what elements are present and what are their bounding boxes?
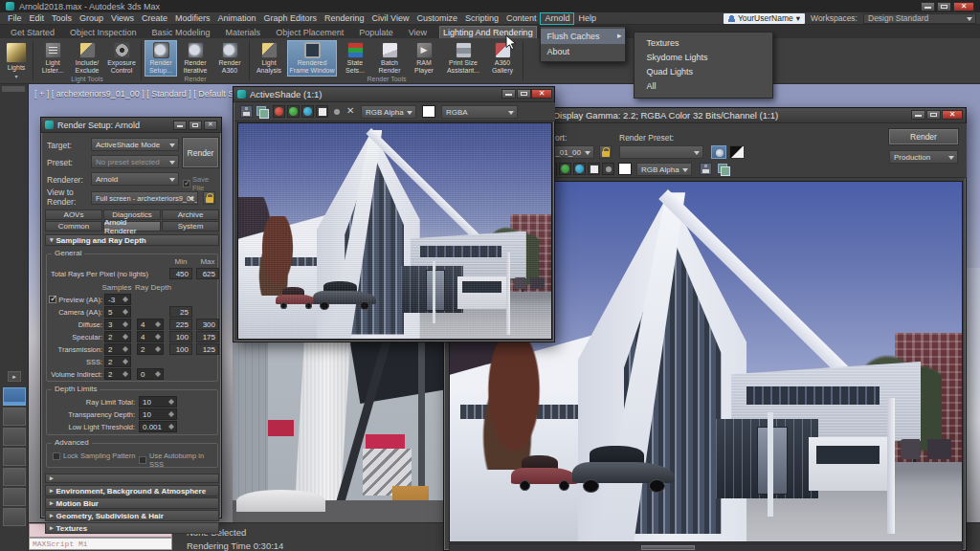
activeshade-maximize-button[interactable] — [517, 89, 531, 99]
render-a360-button[interactable]: Render A360 — [213, 40, 246, 77]
rfw-save-image-button[interactable] — [700, 163, 712, 175]
strip-button-6[interactable] — [3, 488, 26, 506]
tab-arnold-renderer[interactable]: Arnold Renderer — [103, 221, 161, 231]
close-button[interactable] — [953, 2, 974, 11]
rfw-channel-dropdown[interactable]: RGB Alpha — [636, 163, 692, 176]
rfw-gamma-toggle-button[interactable] — [729, 145, 745, 159]
menu-edit[interactable]: Edit — [26, 12, 49, 25]
menu-modifiers[interactable]: Modifiers — [171, 12, 214, 25]
tab-populate[interactable]: Populate — [356, 27, 396, 38]
tab-object-inspection[interactable]: Object Inspection — [67, 27, 140, 38]
rollout-textures[interactable]: ▸Textures — [45, 522, 219, 534]
rfw-blue-channel-button[interactable] — [573, 163, 586, 175]
rfw-render-settings-button[interactable] — [711, 145, 726, 159]
tab-lighting-and-rendering[interactable]: Lighting And Rendering — [439, 26, 537, 38]
menu-item-about[interactable]: About — [541, 44, 625, 59]
user-account-chip[interactable]: YourUserName ▾ — [724, 13, 805, 24]
ram-player-button[interactable]: RAM Player — [408, 40, 440, 77]
rfw-close-button[interactable] — [942, 110, 963, 120]
maxscript-mini-listener[interactable]: MAXScript Mi — [29, 538, 172, 550]
strip-button-7[interactable] — [3, 508, 26, 526]
as-blue-channel-button[interactable] — [301, 105, 314, 118]
as-color-swatch[interactable] — [422, 105, 435, 118]
menu-animation[interactable]: Animation — [213, 12, 259, 25]
menu-help[interactable]: Help — [574, 12, 600, 25]
light-lister-button[interactable]: Light Lister... — [36, 40, 69, 77]
rfw-scrollbar-thumb[interactable] — [641, 545, 695, 550]
print-size-assistant-button[interactable]: Print Size Assistant... — [442, 40, 484, 77]
strip-expand-arrow[interactable]: ▸ — [8, 371, 21, 382]
tab-system[interactable]: System — [162, 221, 219, 231]
menu-tools[interactable]: Tools — [48, 12, 76, 25]
activeshade-close-button[interactable] — [531, 89, 552, 99]
diffuse-samples[interactable]: 3 — [104, 319, 131, 330]
rollout-geometry[interactable]: ▸Geometry, Subdivision & Hair — [45, 510, 219, 521]
ray-limit-total[interactable]: 10 — [139, 396, 177, 408]
preview-aa-row[interactable]: Preview (AA): — [47, 296, 102, 304]
as-save-image-button[interactable] — [240, 105, 253, 118]
as-red-channel-button[interactable] — [273, 105, 285, 118]
strip-button-4[interactable] — [3, 448, 26, 466]
menu-rendering[interactable]: Rendering — [321, 12, 368, 25]
viewport-label[interactable]: [ + ] [ archexteriors9_01_00 ] [ Standar… — [34, 89, 264, 99]
rfw-lock-button[interactable] — [599, 145, 612, 159]
submenu-item-all[interactable]: All — [635, 79, 772, 94]
tab-common[interactable]: Common — [45, 221, 102, 231]
exposure-control-button[interactable]: Exposure Control — [105, 40, 138, 77]
camera-aa-samples[interactable]: 5 — [104, 306, 131, 318]
tab-archive[interactable]: Archive — [162, 209, 219, 220]
rfw-alpha-button[interactable] — [602, 163, 614, 175]
rfw-mono-button[interactable] — [588, 163, 600, 175]
lights-button[interactable]: Lights ▾ — [2, 40, 31, 82]
rs-close-button[interactable]: ✕ — [204, 121, 217, 130]
preset-dropdown[interactable]: No preset selected — [91, 155, 179, 168]
activeshade-minimize-button[interactable] — [501, 89, 516, 99]
tab-object-placement[interactable]: Object Placement — [273, 27, 346, 38]
strip-handle[interactable] — [2, 86, 25, 92]
tab-materials[interactable]: Materials — [223, 27, 264, 38]
transmission-samples[interactable]: 2 — [104, 343, 131, 355]
rs-maximize-button[interactable] — [189, 121, 202, 130]
transmission-ray-depth[interactable]: 2 — [137, 343, 164, 355]
view-to-render-dropdown[interactable]: Full screen - archexteriors9_01_00 — [91, 191, 198, 205]
as-clone-button[interactable] — [256, 105, 268, 118]
as-display-dropdown[interactable]: RGBA — [441, 105, 518, 119]
rendered-frame-window-button[interactable]: Rendered Frame Window — [287, 40, 337, 77]
as-clear-button[interactable]: ✕ — [346, 105, 354, 116]
batch-render-button[interactable]: Batch Render — [373, 40, 406, 77]
rfw-green-channel-button[interactable] — [559, 163, 571, 175]
autobump-sss-checkbox[interactable]: Use Autobump in SSS — [139, 452, 217, 469]
volume-samples[interactable]: 2 — [104, 368, 131, 380]
submenu-item-skydome-lights[interactable]: Skydome Lights — [635, 51, 772, 65]
view-lock-button[interactable] — [203, 191, 215, 205]
strip-button-5[interactable] — [3, 468, 26, 486]
menu-views[interactable]: Views — [107, 12, 138, 25]
rollout-motion-blur[interactable]: ▸Motion Blur — [45, 497, 219, 509]
tab-aovs[interactable]: AOVs — [45, 209, 102, 220]
as-alpha-button[interactable] — [330, 105, 343, 118]
submenu-item-quad-lights[interactable]: Quad Lights — [635, 65, 772, 79]
tab-view[interactable]: View — [406, 27, 430, 38]
submenu-item-textures[interactable]: Textures — [635, 36, 772, 51]
render-setup-button[interactable]: Render Setup... — [145, 40, 177, 77]
target-dropdown[interactable]: ActiveShade Mode — [91, 138, 179, 151]
diffuse-ray-depth[interactable]: 4 — [137, 319, 164, 330]
transparency-depth[interactable]: 10 — [139, 408, 177, 420]
menu-arnold[interactable]: Arnold Flush Caches About Textures Skydo… — [540, 12, 574, 25]
save-file-checkbox[interactable]: Save File — [183, 175, 221, 192]
rfw-render-preset-dropdown[interactable] — [619, 145, 703, 159]
workspace-dropdown[interactable]: Design Standard — [863, 13, 976, 24]
render-button[interactable]: Render — [183, 138, 218, 167]
menu-file[interactable]: File — [4, 12, 26, 25]
light-analysis-button[interactable]: Light Analysis — [253, 40, 285, 77]
as-channel-dropdown[interactable]: RGB Alpha — [361, 105, 416, 119]
rollout-unnamed[interactable]: ▸ — [45, 474, 219, 483]
state-sets-button[interactable]: State Sets... — [339, 40, 371, 77]
checkbox-icon[interactable] — [49, 296, 56, 303]
strip-button-1[interactable] — [3, 387, 26, 406]
rfw-color-swatch[interactable] — [618, 163, 632, 175]
include-exclude-button[interactable]: Include/ Exclude — [71, 40, 103, 77]
maximize-button[interactable] — [937, 2, 951, 11]
rfw-minimize-button[interactable] — [911, 110, 925, 120]
tab-basic-modeling[interactable]: Basic Modeling — [149, 27, 213, 38]
